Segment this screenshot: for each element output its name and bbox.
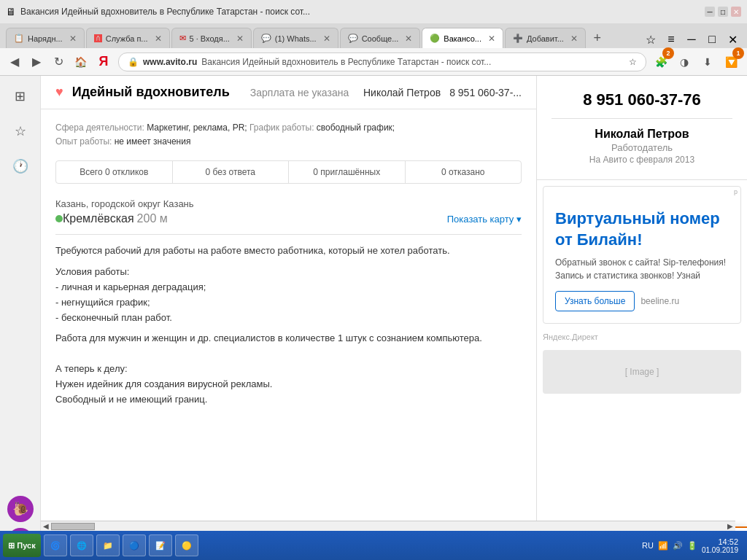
description-block: Требуются рабочий для работы на работе в… <box>55 244 522 407</box>
schedule-value: свободный график; <box>317 122 395 133</box>
tab-close-icon[interactable]: ✕ <box>155 34 162 44</box>
app-icon-6: 🟡 <box>182 541 192 551</box>
tab-inbox[interactable]: ✉ 5 · Входя... ✕ <box>171 28 252 48</box>
heart-icon[interactable]: ♥ <box>55 85 63 100</box>
employer-since: На Авито с февраля 2013 <box>551 155 732 165</box>
page-area: ♥ Идейный вдохновитель Зарплата не указа… <box>41 76 537 531</box>
stat-no-answer: 0 без ответа <box>173 161 290 183</box>
close-button[interactable]: ✕ <box>731 7 741 17</box>
schedule-label: График работы: <box>249 122 314 133</box>
tab-close-icon[interactable]: ✕ <box>488 34 495 44</box>
app-icon-4: 🔵 <box>129 541 139 551</box>
taskbar-app-3[interactable]: 📁 <box>96 534 120 556</box>
desc-condition3: - бесконечный план работ. <box>55 311 522 326</box>
tab-close-icon[interactable]: ✕ <box>236 34 244 44</box>
scroll-right-button[interactable]: ▶ <box>725 521 735 532</box>
taskbar-app-5[interactable]: 📝 <box>149 534 172 556</box>
title-bar-left: 🖥 <box>6 6 16 18</box>
menu-button[interactable]: ≡ <box>662 31 680 48</box>
tab-favicon: 💬 <box>261 34 271 43</box>
taskbar-app-1[interactable]: 🌀 <box>44 534 67 556</box>
sidebar-snail1-icon[interactable]: 🐌 <box>7 496 34 522</box>
show-map-link[interactable]: Показать карту ▾ <box>447 214 522 225</box>
new-tab-button[interactable]: + <box>587 28 608 48</box>
bookmark-icon[interactable]: ☆ <box>629 57 637 67</box>
stat-invited: 0 приглашённых <box>289 161 406 183</box>
download-button[interactable]: ⬇ <box>697 52 718 72</box>
restore-tab-button[interactable]: □ <box>703 31 721 48</box>
phone-divider <box>551 118 732 119</box>
tab-favicon: 💬 <box>348 34 358 43</box>
sidebar-grid-icon[interactable]: ⊞ <box>6 82 35 111</box>
ad-footer: Узнать больше beeline.ru <box>555 291 729 311</box>
tray-battery-icon: 🔋 <box>687 541 697 551</box>
window-controls: ─ □ ✕ <box>705 7 741 17</box>
tab-close-icon[interactable]: ✕ <box>570 34 578 44</box>
tab-add[interactable]: ➕ Добавит... ✕ <box>505 28 586 48</box>
scroll-thumb[interactable] <box>51 523 95 530</box>
ad-title: Виртуальный номер от Билайн! <box>555 209 729 250</box>
tray-time-value: 14:52 <box>702 537 738 546</box>
tab-vacancy[interactable]: 🟢 Вакансо... ✕ <box>422 28 503 48</box>
taskbar-app-4[interactable]: 🔵 <box>123 534 146 556</box>
tab-toolbar-right: ☆ ≡ ─ □ ✕ <box>642 31 741 48</box>
tray-sound-icon: 🔊 <box>673 541 683 551</box>
tab-naryadn[interactable]: 📋 Нарядн... ✕ <box>6 28 85 48</box>
app-icon-1: 🌀 <box>50 541 61 551</box>
vacancy-title: Идейный вдохновитель <box>72 85 230 100</box>
app-icon-2: 🌐 <box>77 541 87 551</box>
desc-condition2: - негнущийся график; <box>55 295 522 311</box>
desc-conditions-title: Условия работы: <box>55 265 522 280</box>
divider <box>55 234 522 235</box>
taskbar-app-6[interactable]: 🟡 <box>175 534 198 556</box>
maximize-button[interactable]: □ <box>718 7 728 17</box>
tab-label: Нарядн... <box>28 34 63 43</box>
tab-sluzhba[interactable]: 🅰 Служба п... ✕ <box>86 28 170 48</box>
tab-close-icon[interactable]: ✕ <box>405 34 412 44</box>
ad-image-placeholder: [ Image ] <box>543 350 741 394</box>
desc-para1: Требуются рабочий для работы на работе в… <box>55 244 522 259</box>
user-name: Николай Петров <box>363 87 441 98</box>
tab-close-icon[interactable]: ✕ <box>69 34 77 44</box>
forward-button[interactable]: ▶ <box>28 53 45 71</box>
extensions-badge: 2 <box>662 47 674 59</box>
sidebar-star-icon[interactable]: ☆ <box>6 117 35 146</box>
start-button[interactable]: ⊞ Пуск <box>3 534 41 557</box>
extensions-button[interactable]: 🧩 2 <box>651 52 671 72</box>
metro-name: Кремлёвская <box>63 212 134 225</box>
tab-favicon: 🅰 <box>94 34 102 43</box>
tab-whatsapp[interactable]: 💬 (1) Whats... ✕ <box>253 28 338 48</box>
right-sidebar: 8 951 060-37-76 Николай Петров Работодат… <box>537 76 747 531</box>
address-path: Вакансия Идейный вдохновитель в Республи… <box>201 57 491 67</box>
extra-button[interactable]: 🔽 1 <box>721 52 741 72</box>
salary-text: Зарплата не указана <box>250 87 349 98</box>
scroll-left-button[interactable]: ◀ <box>41 521 51 532</box>
tab-label: Вакансо... <box>444 34 481 43</box>
ad-learn-more-button[interactable]: Узнать больше <box>555 291 635 311</box>
field-label: Сфера деятельности: <box>55 122 144 133</box>
metro-dot <box>55 215 63 222</box>
tab-favicon: 📋 <box>14 34 24 43</box>
back-button[interactable]: ◀ <box>6 53 23 71</box>
bookmarks-button[interactable]: ☆ <box>642 31 659 48</box>
tab-close-icon[interactable]: ✕ <box>323 34 330 44</box>
tab-favicon: 🟢 <box>430 34 440 43</box>
ad-domain: beeline.ru <box>640 296 679 306</box>
taskbar-app-2[interactable]: 🌐 <box>70 534 93 556</box>
scroll-track[interactable] <box>51 523 725 530</box>
tray-lang: RU <box>642 541 654 550</box>
refresh-button[interactable]: ↻ <box>50 53 67 71</box>
address-bar: ◀ ▶ ↻ 🏠 Я 🔒 www.avito.ru Вакансия Идейны… <box>0 48 747 76</box>
theme-button[interactable]: ◑ <box>674 52 694 72</box>
tab-messages[interactable]: 💬 Сообще... ✕ <box>340 28 421 48</box>
address-input[interactable]: 🔒 www.avito.ru Вакансия Идейный вдохнови… <box>118 52 646 71</box>
minimize-button[interactable]: ─ <box>705 7 715 17</box>
close-tab-button[interactable]: ✕ <box>724 31 741 48</box>
tab-label: (1) Whats... <box>275 34 317 43</box>
phone-number: 8 951 060-37-76 <box>551 90 732 109</box>
horizontal-scrollbar[interactable]: ◀ ▶ <box>41 521 735 531</box>
desc-para5: Свободный и не имеющий границ. <box>55 392 522 408</box>
minimize-tab-button[interactable]: ─ <box>683 31 700 48</box>
sidebar-history-icon[interactable]: 🕐 <box>6 152 35 181</box>
home-button[interactable]: 🏠 <box>71 53 89 71</box>
